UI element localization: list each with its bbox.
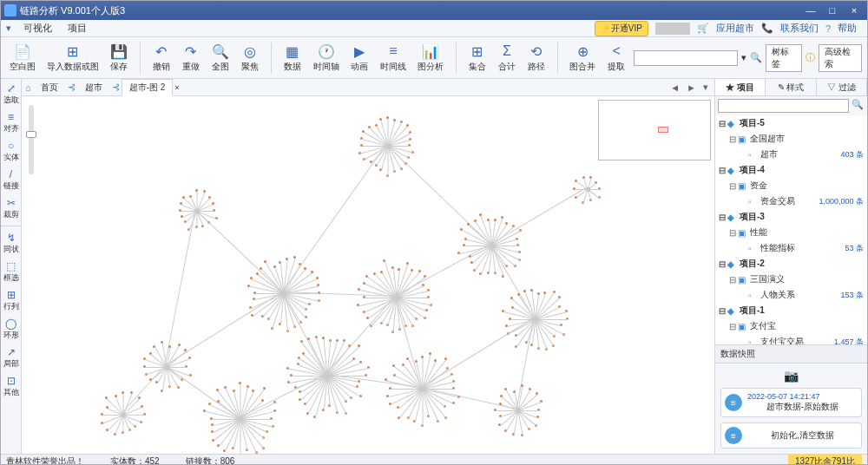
left-裁剪[interactable]: ✂裁剪 — [3, 195, 19, 222]
expand-icon[interactable]: ⊟ — [729, 134, 738, 144]
left-label: 选取 — [3, 95, 19, 106]
tab-item-0[interactable]: 超市 — [77, 79, 110, 96]
toolbar-路径[interactable]: ⟲路径 — [524, 41, 549, 75]
menu-visualize[interactable]: 可视化 — [16, 20, 59, 36]
tree-node[interactable]: ⊟◈项目-5 — [715, 115, 867, 131]
tab-menu-icon[interactable]: ▾ — [700, 82, 711, 93]
app-market-link[interactable]: 应用超市 — [711, 22, 760, 35]
right-panel: ★ 项目 ✎ 样式 ▽ 过滤 🔍 ⊟◈项目-5⊟▣全国超市▫超市403 条⊟◈项… — [714, 79, 867, 454]
tree-node[interactable]: ▫性能指标53 条 — [715, 240, 867, 256]
tab-item-1[interactable]: 超市-图 2 — [122, 79, 174, 96]
toolbar-导入数据或图[interactable]: ⊞导入数据或图 — [43, 41, 102, 75]
tree-node[interactable]: ⊟▣资金 — [715, 178, 867, 193]
toolbar-保存[interactable]: 💾保存 — [107, 41, 131, 75]
toolbar-图合并[interactable]: ⊕图合并 — [567, 41, 599, 75]
tree-node[interactable]: ⊟◈项目-3 — [715, 209, 867, 225]
snapshot-item[interactable]: ≡ 初始化,清空数据 — [720, 422, 862, 449]
tree-node[interactable]: ▫支付宝交易1,457 条 — [715, 334, 867, 344]
toolbar-数据[interactable]: ▦数据 — [280, 41, 305, 75]
left-其他[interactable]: ⊡其他 — [3, 373, 19, 400]
tree-node[interactable]: ⊟◈项目-2 — [715, 256, 867, 272]
expand-icon[interactable]: ⊟ — [729, 322, 738, 331]
close-button[interactable]: × — [845, 5, 864, 16]
toolbar-提取[interactable]: <提取 — [604, 41, 628, 75]
tree-search-input[interactable] — [718, 99, 849, 113]
toolbar-聚焦[interactable]: ◎聚焦 — [238, 41, 262, 75]
rtab-project[interactable]: ★ 项目 — [715, 79, 766, 95]
tree-tag-button[interactable]: 树标签 — [766, 44, 801, 72]
menu-project[interactable]: 项目 — [61, 20, 94, 36]
rtab-filter[interactable]: ▽ 过滤 — [817, 79, 867, 95]
left-同状[interactable]: ↯同状 — [3, 230, 19, 257]
expand-icon[interactable]: ⊟ — [719, 306, 727, 316]
tree-node[interactable]: ⊟◈项目-4 — [715, 162, 867, 178]
left-行列[interactable]: ⊞行列 — [3, 287, 19, 314]
left-icon: / — [10, 168, 12, 180]
left-icon: ⊞ — [7, 289, 16, 301]
minimap[interactable] — [598, 100, 711, 160]
expand-icon[interactable]: ⊟ — [719, 259, 727, 269]
toolbar-合计[interactable]: Σ合计 — [495, 41, 519, 75]
tree-node[interactable]: ⊟▣支付宝 — [715, 318, 867, 334]
tree-node[interactable]: ▫人物关系153 条 — [715, 287, 867, 303]
toolbar-撤销[interactable]: ↶撤销 — [149, 41, 174, 75]
expand-icon[interactable]: ⊟ — [729, 275, 738, 285]
user-box[interactable] — [655, 23, 690, 35]
left-环形[interactable]: ◯环形 — [3, 316, 19, 343]
left-对齐[interactable]: ≡对齐 — [3, 109, 19, 136]
dropdown-icon[interactable]: ▾ — [6, 23, 11, 34]
left-框选[interactable]: ⬚框选 — [3, 259, 19, 285]
search-icon[interactable]: 🔍 — [750, 52, 762, 63]
rtab-style[interactable]: ✎ 样式 — [766, 79, 816, 95]
left-label: 环形 — [3, 330, 19, 341]
graph-edge — [240, 420, 241, 455]
tree-node[interactable]: ▫超市403 条 — [715, 147, 867, 162]
toolbar-图分析[interactable]: 📊图分析 — [415, 41, 447, 75]
minimap-viewport[interactable] — [658, 127, 668, 133]
expand-icon[interactable]: ⊟ — [719, 119, 727, 128]
toolbar-时间轴[interactable]: 🕐时间轴 — [310, 41, 342, 75]
toolbar-重做[interactable]: ↷重做 — [179, 41, 203, 75]
tree-node[interactable]: ▫资金交易1,000,000 条 — [715, 193, 867, 209]
expand-icon[interactable]: ⊟ — [729, 181, 738, 191]
toolbar-集合[interactable]: ⊞集合 — [465, 41, 490, 75]
contact-link[interactable]: 联系我们 — [775, 22, 824, 35]
left-链接[interactable]: /链接 — [3, 167, 19, 193]
search-dropdown-icon[interactable]: ▾ — [741, 52, 746, 63]
expand-icon[interactable]: ⊟ — [719, 213, 727, 222]
toolbar-时间线[interactable]: ≡时间线 — [377, 41, 409, 75]
toolbar-空白图[interactable]: 📄空白图 — [6, 41, 38, 75]
slider-thumb[interactable] — [26, 131, 36, 138]
maximize-button[interactable]: □ — [823, 5, 842, 16]
left-实体[interactable]: ○实体 — [3, 138, 19, 165]
home-icon[interactable]: ⌂ — [25, 82, 31, 93]
zoom-slider[interactable] — [29, 105, 34, 174]
left-局部[interactable]: ↗局部 — [3, 344, 19, 371]
info-icon[interactable]: ⓘ — [806, 51, 815, 64]
status-bar: 青林软件荣誉出品！ 实体数：452 链接数：806 1327比余791比 — [1, 454, 867, 465]
snapshot-item[interactable]: ≡ 2022-05-07 14:21:47 超市数据-原始数据 — [720, 388, 862, 417]
tab-prev-icon[interactable]: ◄ — [667, 82, 682, 93]
tree-node[interactable]: ⊟▣三国演义 — [715, 272, 867, 287]
advanced-search-button[interactable]: 高级检索 — [819, 44, 863, 72]
vip-button[interactable]: ⚡开通VIP — [595, 21, 648, 36]
left-选取[interactable]: ⤢选取 — [3, 81, 19, 108]
tab-next-icon[interactable]: ► — [684, 82, 699, 93]
expand-icon[interactable]: ⊟ — [719, 166, 727, 175]
toolbar-全图[interactable]: 🔍全图 — [208, 41, 233, 75]
tab-close-icon[interactable]: × — [174, 83, 179, 92]
graph-canvas[interactable] — [22, 96, 714, 454]
toolbar-动画[interactable]: ▶动画 — [347, 41, 372, 75]
help-link[interactable]: 帮助 — [832, 22, 862, 35]
style-icon: ✎ — [778, 82, 785, 92]
camera-icon[interactable]: 📷 — [784, 369, 799, 383]
tree-node[interactable]: ⊟▣性能 — [715, 225, 867, 240]
search-input[interactable] — [634, 50, 738, 66]
expand-icon[interactable]: ⊟ — [729, 228, 738, 238]
graph-edge — [496, 410, 518, 411]
tab-home[interactable]: 首页 — [33, 79, 66, 96]
tree-search-icon[interactable]: 🔍 — [851, 99, 865, 113]
tree-node[interactable]: ⊟▣全国超市 — [715, 131, 867, 147]
tree-node[interactable]: ⊟◈项目-1 — [715, 303, 867, 318]
minimize-button[interactable]: — — [801, 5, 820, 16]
